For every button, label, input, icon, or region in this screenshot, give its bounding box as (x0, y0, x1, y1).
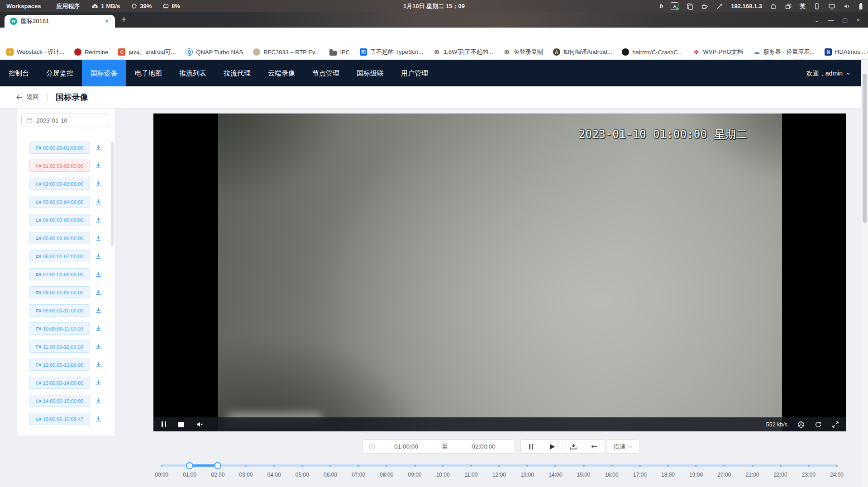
playback-speed-button[interactable]: 倍速 (607, 440, 639, 454)
download-icon[interactable] (95, 325, 102, 332)
timeline[interactable]: 00:0001:0002:0003:0004:0005:0006:0007:00… (162, 461, 837, 484)
download-icon[interactable] (95, 253, 102, 260)
seek-back-button[interactable] (584, 440, 605, 453)
download-icon[interactable] (95, 289, 102, 296)
download-icon[interactable] (95, 199, 102, 205)
page-scrollbar[interactable] (861, 60, 868, 487)
bookmark-item[interactable]: Cjava、android可... (118, 48, 176, 56)
applications-button[interactable]: 应用程序 (56, 2, 80, 10)
recording-segment-button[interactable]: 12:00:00-13:00:00 (29, 359, 90, 371)
page-scrollbar-thumb[interactable] (863, 74, 867, 223)
display-icon[interactable] (828, 3, 835, 10)
bookmark-item[interactable]: QQNAP Turbo NAS (186, 48, 243, 56)
download-icon[interactable] (95, 361, 102, 368)
window-restore-icon[interactable]: ▢ (842, 17, 848, 24)
tray-ip-address[interactable]: 192.168.1.3 (731, 3, 762, 9)
bookmark-item[interactable]: ≡Webstack - 设计... (6, 48, 64, 56)
download-icon[interactable] (95, 416, 102, 422)
workspaces-switcher-icon[interactable] (785, 3, 792, 10)
phone-link-icon[interactable] (813, 3, 820, 10)
window-menu-icon[interactable]: ⌄ (814, 17, 819, 24)
battery-icon[interactable] (858, 3, 863, 10)
recording-segment-button[interactable]: 13:00:00-14:00:00 (29, 377, 90, 389)
recording-segment-button[interactable]: 06:00:00-07:00:00 (29, 250, 90, 262)
download-icon[interactable] (95, 217, 102, 223)
nav-item-4[interactable]: 电子地图 (126, 60, 171, 86)
bookmark-item[interactable]: RFC2833 – RTP Ev... (253, 48, 320, 56)
player-pause-icon[interactable] (162, 421, 166, 427)
nav-item-8[interactable]: 节点管理 (304, 60, 348, 86)
nav-item-3[interactable]: 国标设备 (82, 60, 126, 86)
download-icon[interactable] (95, 397, 102, 404)
start-time-input[interactable]: 01:00:00 (375, 443, 437, 450)
workspaces-button[interactable]: Workspaces (6, 3, 41, 9)
recording-segment-button[interactable]: 10:00:00-11:00:00 (29, 322, 90, 335)
pause-button[interactable] (521, 440, 542, 453)
recording-segment-button[interactable]: 14:00:00-15:00:00 (29, 395, 90, 407)
recording-segment-button[interactable]: 09:00:00-10:00:00 (29, 304, 90, 317)
recording-segment-button[interactable]: 08:00:00-09:00:00 (29, 286, 90, 298)
download-icon[interactable] (95, 235, 102, 241)
user-menu[interactable]: 欢迎，admin (806, 60, 851, 86)
color-picker-icon[interactable] (716, 3, 723, 10)
bookmark-item[interactable]: hairrrrr/C-CrashC... (622, 48, 682, 56)
window-close-icon[interactable]: × (856, 17, 860, 24)
new-tab-button[interactable]: + (121, 14, 127, 25)
nav-item-9[interactable]: 国标级联 (348, 60, 392, 86)
snapshot-aperture-icon[interactable] (797, 421, 805, 428)
bookmark-item[interactable]: ⊕1.8W字|了不起的... (433, 48, 493, 56)
player-stop-icon[interactable] (178, 422, 184, 427)
time-range-picker[interactable]: 01:00:00 至 02:00:00 (362, 440, 515, 454)
bookmark-item[interactable]: A如何编译Android... (553, 48, 612, 56)
nav-item-6[interactable]: 拉流代理 (215, 60, 259, 86)
recording-segment-button[interactable]: 03:00:00-04:00:00 (29, 196, 90, 208)
player-refresh-icon[interactable] (815, 421, 822, 428)
coffee-cup-icon[interactable] (701, 3, 708, 10)
download-icon[interactable] (95, 343, 102, 350)
nav-item-10[interactable]: 用户管理 (392, 60, 437, 86)
download-icon[interactable] (95, 180, 102, 187)
date-picker[interactable]: 2023-01-10 (21, 113, 109, 127)
sidebar-scrollbar[interactable] (111, 142, 114, 246)
end-time-input[interactable]: 02:00:00 (453, 443, 515, 450)
recording-segment-button[interactable]: 15:00:00-15:09:47 (29, 413, 90, 425)
timeline-handle-1[interactable] (186, 462, 193, 469)
recording-segment-button[interactable]: 11:00:00-12:00:00 (29, 340, 90, 353)
recording-segment-button[interactable]: 07:00:00-08:00:00 (29, 268, 90, 280)
download-icon[interactable] (95, 162, 102, 169)
browser-tab[interactable]: W 国标28181 × (5, 15, 115, 28)
bookmark-item[interactable]: IPC (329, 49, 350, 56)
bookmark-item[interactable]: ❖WVP-PRO文档 (693, 48, 743, 56)
download-icon[interactable] (95, 271, 102, 278)
player-mute-icon[interactable] (196, 421, 204, 428)
nav-item-5[interactable]: 推流列表 (171, 60, 215, 86)
bookmark-item[interactable]: ⊕免登录复制 (503, 48, 543, 56)
bookmark-item[interactable]: ☁服务器 - 轻量应用... (753, 48, 815, 56)
bookmark-item[interactable]: Redmine (74, 48, 108, 56)
play-button[interactable] (542, 440, 563, 453)
recording-segment-button[interactable]: 02:00:00-03:00:00 (29, 178, 90, 190)
download-button[interactable] (563, 440, 584, 453)
download-icon[interactable] (95, 144, 102, 151)
download-icon[interactable] (95, 307, 102, 314)
video-player[interactable]: 2023-01-10 01:00:00 星期二 552 kb/s (153, 113, 846, 431)
fullscreen-icon[interactable] (832, 421, 839, 428)
clipboard-icon[interactable] (686, 3, 693, 10)
tray-app-b-icon[interactable]: b (660, 2, 663, 10)
tab-close-icon[interactable]: × (103, 18, 110, 25)
volume-icon[interactable] (843, 3, 850, 10)
home-icon[interactable] (770, 3, 777, 10)
nav-item-1[interactable]: 控制台 (0, 60, 38, 86)
recording-segment-button[interactable]: 05:00:00-06:00:00 (29, 232, 90, 244)
bookmark-item[interactable]: NHDAtmos :: 种子 *... (825, 48, 868, 56)
back-link[interactable]: 返回 (15, 93, 39, 101)
timeline-handle-2[interactable] (214, 462, 221, 469)
input-method-indicator[interactable]: 英 (800, 2, 806, 10)
bookmark-item[interactable]: 知了不起的 TypeScri... (360, 48, 423, 56)
window-minimize-icon[interactable]: — (828, 17, 834, 24)
download-icon[interactable] (95, 379, 102, 386)
nav-item-7[interactable]: 云端录像 (259, 60, 304, 86)
nav-item-2[interactable]: 分屏监控 (38, 60, 82, 86)
recording-segment-button[interactable]: 01:00:00-02:00:00 (29, 160, 90, 172)
recording-segment-button[interactable]: 04:00:00-05:00:00 (29, 214, 90, 226)
